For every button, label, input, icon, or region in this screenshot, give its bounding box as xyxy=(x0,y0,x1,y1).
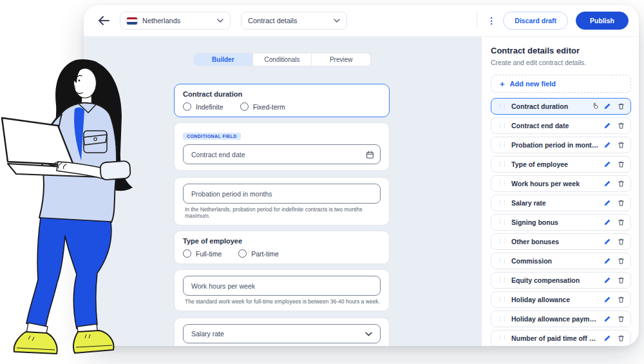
drag-handle-icon[interactable]: ⋮⋮ xyxy=(497,258,506,263)
field-row-probation-period[interactable]: ⋮⋮ Probation period in months xyxy=(491,137,631,153)
drag-handle-icon[interactable]: ⋮⋮ xyxy=(497,162,506,167)
field-row-salary-rate[interactable]: ⋮⋮ Salary rate xyxy=(491,195,631,211)
contract-duration-options: Indefinite Fixed-term xyxy=(183,102,381,111)
app-window: Netherlands Contract details ⋮ Discard d… xyxy=(84,5,639,346)
drag-handle-icon[interactable]: ⋮⋮ xyxy=(497,239,506,244)
edit-icon[interactable] xyxy=(603,219,611,226)
field-row-label: Contract duration xyxy=(511,102,588,110)
radio-part-time-label: Part-time xyxy=(251,250,279,258)
edit-icon[interactable] xyxy=(603,316,611,323)
edit-icon[interactable] xyxy=(603,180,611,187)
field-row-label: Commission xyxy=(511,257,600,265)
chevron-down-icon xyxy=(217,19,223,23)
delete-icon[interactable] xyxy=(618,122,625,129)
edit-icon[interactable] xyxy=(603,238,611,245)
drag-handle-icon[interactable]: ⋮⋮ xyxy=(497,336,506,341)
back-button[interactable] xyxy=(95,12,112,29)
delete-icon[interactable] xyxy=(618,276,625,284)
delete-icon[interactable] xyxy=(618,334,625,342)
field-row-work-hours[interactable]: ⋮⋮ Work hours per week xyxy=(491,175,631,192)
card-salary-rate[interactable]: Salary rate xyxy=(174,318,390,346)
field-row-label: Work hours per week xyxy=(511,180,600,187)
card-employee-type[interactable]: Type of employee Full-time Part-time xyxy=(174,231,390,264)
field-row-equity-compensation[interactable]: ⋮⋮ Equity compensation xyxy=(491,272,631,289)
radio-circle-icon[interactable] xyxy=(183,102,191,111)
topbar-divider xyxy=(477,12,477,29)
edit-icon[interactable] xyxy=(603,277,611,284)
field-row-holiday-allowance-frequency[interactable]: ⋮⋮ Holiday allowance payment fre... xyxy=(491,311,631,327)
card-contract-duration[interactable]: Contract duration Indefinite Fixed-term xyxy=(174,84,390,117)
card-work-hours[interactable]: The standard work week for full-time emp… xyxy=(174,269,390,311)
drag-handle-icon[interactable]: ⋮⋮ xyxy=(497,220,506,225)
drag-handle-icon[interactable]: ⋮⋮ xyxy=(497,297,506,302)
delete-icon[interactable] xyxy=(618,180,625,187)
delete-icon[interactable] xyxy=(618,315,625,323)
delete-icon[interactable] xyxy=(618,102,625,110)
field-row-contract-end-date[interactable]: ⋮⋮ Contract end date xyxy=(491,117,631,134)
edit-icon[interactable] xyxy=(603,258,611,265)
probation-period-input[interactable] xyxy=(183,184,381,204)
content-row: Builder Conditionals Preview Contract du… xyxy=(84,37,639,346)
field-row-commission[interactable]: ⋮⋮ Commission xyxy=(491,253,631,269)
card-contract-end-date[interactable]: CONDITIONAL FIELD xyxy=(174,122,390,171)
delete-icon[interactable] xyxy=(618,296,625,303)
country-selector[interactable]: Netherlands xyxy=(120,12,231,30)
kebab-menu-icon[interactable]: ⋮ xyxy=(484,13,499,28)
drag-handle-icon[interactable]: ⋮⋮ xyxy=(497,278,506,283)
radio-full-time[interactable]: Full-time xyxy=(183,249,222,258)
drag-handle-icon[interactable]: ⋮⋮ xyxy=(497,142,506,148)
radio-indefinite[interactable]: Indefinite xyxy=(183,102,223,111)
field-row-holiday-allowance[interactable]: ⋮⋮ Holiday allowance xyxy=(491,291,631,308)
field-list: ⋮⋮ Contract duration ⋮⋮ Contract end dat… xyxy=(491,98,631,346)
radio-circle-icon[interactable] xyxy=(240,102,249,111)
card-probation-period[interactable]: In the Netherlands, probation period for… xyxy=(174,177,390,225)
chevron-down-icon xyxy=(334,19,340,23)
tab-preview[interactable]: Preview xyxy=(312,53,370,66)
delete-icon[interactable] xyxy=(618,160,625,168)
publish-button[interactable]: Publish xyxy=(576,12,629,30)
drag-handle-icon[interactable]: ⋮⋮ xyxy=(497,104,506,109)
probation-helper-text: In the Netherlands, probation period for… xyxy=(183,206,381,219)
edit-icon[interactable] xyxy=(603,161,611,168)
contract-end-date-input[interactable] xyxy=(183,144,381,164)
radio-part-time[interactable]: Part-time xyxy=(238,249,279,258)
add-new-field-button[interactable]: + Add new field xyxy=(491,75,631,93)
field-row-label: Holiday allowance xyxy=(511,296,600,303)
edit-icon[interactable] xyxy=(603,200,611,207)
radio-fixed-term[interactable]: Fixed-term xyxy=(240,102,285,111)
delete-icon[interactable] xyxy=(618,199,625,207)
field-row-label: Number of paid time off days xyxy=(511,334,600,342)
field-row-contract-duration[interactable]: ⋮⋮ Contract duration xyxy=(491,98,631,115)
salary-rate-select[interactable]: Salary rate xyxy=(183,324,381,343)
delete-icon[interactable] xyxy=(618,141,625,149)
template-selector[interactable]: Contract details xyxy=(241,12,347,30)
field-row-other-bonuses[interactable]: ⋮⋮ Other bonuses xyxy=(491,233,631,250)
delete-icon[interactable] xyxy=(618,238,625,245)
tab-conditionals[interactable]: Conditionals xyxy=(253,53,312,66)
tab-builder[interactable]: Builder xyxy=(194,53,253,66)
discard-draft-button[interactable]: Discard draft xyxy=(503,12,568,30)
drag-handle-icon[interactable]: ⋮⋮ xyxy=(497,181,506,186)
edit-icon[interactable] xyxy=(603,103,611,110)
edit-icon[interactable] xyxy=(603,296,611,303)
calendar-icon[interactable] xyxy=(366,150,374,158)
field-row-employee-type[interactable]: ⋮⋮ Type of employee xyxy=(491,156,631,173)
work-hours-input[interactable] xyxy=(183,276,381,296)
field-row-label: Type of employee xyxy=(511,160,600,168)
chevron-down-icon xyxy=(365,332,372,336)
drag-handle-icon[interactable]: ⋮⋮ xyxy=(497,200,506,206)
edit-icon[interactable] xyxy=(603,335,611,342)
drag-handle-icon[interactable]: ⋮⋮ xyxy=(497,316,506,321)
field-row-paid-time-off[interactable]: ⋮⋮ Number of paid time off days xyxy=(491,330,631,346)
edit-icon[interactable] xyxy=(603,142,611,149)
delete-icon[interactable] xyxy=(618,218,625,226)
edit-icon[interactable] xyxy=(603,122,611,129)
delete-icon[interactable] xyxy=(618,257,625,265)
field-row-signing-bonus[interactable]: ⋮⋮ Signing bonus xyxy=(491,214,631,231)
radio-circle-icon[interactable] xyxy=(238,249,247,258)
back-arrow-icon xyxy=(98,16,109,25)
tab-bar: Builder Conditionals Preview xyxy=(193,53,371,66)
plus-icon: + xyxy=(500,80,505,88)
radio-circle-icon[interactable] xyxy=(183,249,191,258)
drag-handle-icon[interactable]: ⋮⋮ xyxy=(497,123,506,128)
